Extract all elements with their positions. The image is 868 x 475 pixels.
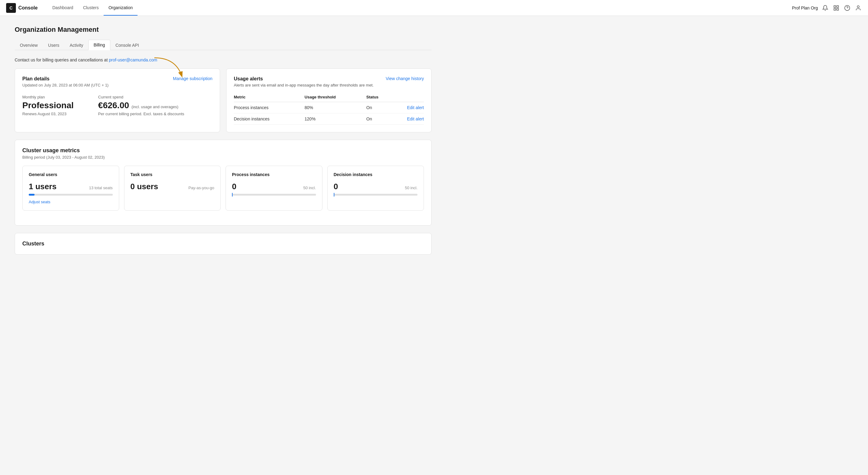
progress-bar-fill bbox=[29, 194, 34, 196]
nav-clusters[interactable]: Clusters bbox=[78, 0, 103, 15]
cluster-usage-section: Cluster usage metrics Billing period (Ju… bbox=[15, 140, 432, 226]
alert-status: On bbox=[367, 102, 391, 114]
alert-metric: Decision instances bbox=[234, 114, 305, 125]
spend-value: €626.00 bbox=[98, 101, 129, 110]
grid-icon[interactable] bbox=[833, 4, 840, 11]
progress-indicator bbox=[232, 193, 232, 196]
plan-card-header: Plan details Manage subscription bbox=[22, 76, 212, 82]
svg-rect-1 bbox=[837, 5, 839, 7]
metric-title: Process instances bbox=[232, 172, 316, 177]
view-change-history-link[interactable]: View change history bbox=[386, 76, 424, 81]
metric-values: 0 users Pay-as-you-go bbox=[130, 182, 215, 191]
usage-alerts-card: Usage alerts View change history Alerts … bbox=[226, 68, 432, 132]
col-status: Status bbox=[367, 92, 391, 102]
user-icon[interactable] bbox=[855, 4, 862, 11]
tab-overview[interactable]: Overview bbox=[15, 40, 43, 50]
metric-value: 0 bbox=[334, 182, 338, 191]
clusters-title: Clusters bbox=[22, 241, 424, 247]
spend-label: Current spend bbox=[98, 95, 184, 99]
spend-note: (incl. usage and overages) bbox=[131, 104, 178, 109]
tabs-bar: Overview Users Activity Billing Console … bbox=[15, 40, 432, 50]
col-metric: Metric bbox=[234, 92, 305, 102]
alerts-row: Process instances 80% On Edit alert bbox=[234, 102, 424, 114]
page-content: Organization Management Overview Users A… bbox=[0, 16, 446, 264]
svg-point-6 bbox=[857, 5, 860, 8]
main-wrapper: Organization Management Overview Users A… bbox=[0, 16, 868, 475]
plan-updated: Updated on July 28, 2023 at 06:00 AM (UT… bbox=[22, 83, 212, 87]
cluster-usage-subtitle: Billing period (July 03, 2023 - August 0… bbox=[22, 155, 424, 160]
alert-threshold: 120% bbox=[305, 114, 367, 125]
svg-rect-3 bbox=[837, 8, 839, 10]
metric-values: 0 50 incl. bbox=[232, 182, 316, 191]
plan-info: Monthly plan Professional Renews August … bbox=[22, 95, 212, 116]
plan-left: Monthly plan Professional Renews August … bbox=[22, 95, 74, 116]
alert-threshold: 80% bbox=[305, 102, 367, 114]
svg-rect-2 bbox=[834, 8, 836, 10]
metric-secondary: 50 incl. bbox=[405, 186, 417, 190]
metric-title: Decision instances bbox=[334, 172, 418, 177]
plan-card-title: Plan details bbox=[22, 76, 50, 82]
logo-letter: C bbox=[9, 5, 12, 10]
nav-organization[interactable]: Organization bbox=[103, 0, 137, 15]
metric-value: 0 bbox=[232, 182, 236, 191]
nav-links: Dashboard Clusters Organization bbox=[48, 0, 137, 15]
tab-users[interactable]: Users bbox=[43, 40, 64, 50]
alerts-card-header: Usage alerts View change history bbox=[234, 76, 424, 82]
metric-values: 0 50 incl. bbox=[334, 182, 418, 191]
page-title: Organization Management bbox=[15, 26, 432, 34]
contact-bar: Contact us for billing queries and cance… bbox=[15, 58, 432, 62]
edit-alert-link-1[interactable]: Edit alert bbox=[390, 114, 424, 125]
tab-activity[interactable]: Activity bbox=[64, 40, 88, 50]
col-usage-threshold: Usage threshold bbox=[305, 92, 367, 102]
plan-name: Professional bbox=[22, 101, 74, 110]
metric-card-general-users: General users 1 users 13 total seats Adj… bbox=[22, 166, 119, 211]
progress-bar-bg bbox=[334, 194, 418, 196]
metric-secondary: Pay-as-you-go bbox=[188, 186, 214, 190]
metric-card-task-users: Task users 0 users Pay-as-you-go bbox=[124, 166, 221, 211]
plan-right: Current spend €626.00 (incl. usage and o… bbox=[98, 95, 184, 116]
app-name: Console bbox=[18, 5, 38, 11]
nav-dashboard[interactable]: Dashboard bbox=[48, 0, 78, 15]
top-navigation: C Console Dashboard Clusters Organizatio… bbox=[0, 0, 868, 16]
manage-subscription-link[interactable]: Manage subscription bbox=[173, 76, 212, 81]
progress-indicator bbox=[334, 193, 334, 196]
logo-box: C bbox=[6, 3, 16, 13]
metric-value: 0 users bbox=[130, 182, 158, 191]
metric-card-process-instances: Process instances 0 50 incl. bbox=[225, 166, 322, 211]
metric-secondary: 13 total seats bbox=[89, 186, 113, 190]
cluster-usage-title: Cluster usage metrics bbox=[22, 147, 424, 154]
plan-details-card: Plan details Manage subscription bbox=[15, 68, 220, 132]
alert-status: On bbox=[367, 114, 391, 125]
alert-metric: Process instances bbox=[234, 102, 305, 114]
bell-icon[interactable] bbox=[822, 4, 829, 11]
monthly-label: Monthly plan bbox=[22, 95, 74, 99]
spend-amount: €626.00 (incl. usage and overages) bbox=[98, 101, 184, 110]
alerts-table: Metric Usage threshold Status Process in… bbox=[234, 92, 424, 125]
metric-secondary: 50 incl. bbox=[303, 186, 316, 190]
spend-desc: Per current billing period. Excl. taxes … bbox=[98, 112, 184, 116]
metric-title: Task users bbox=[130, 172, 215, 177]
metric-title: General users bbox=[29, 172, 113, 177]
org-name: Prof Plan Org bbox=[792, 5, 818, 10]
adjust-seats-link[interactable]: Adjust seats bbox=[29, 199, 51, 204]
contact-email[interactable]: prof-user@camunda.com bbox=[109, 58, 157, 62]
plan-renews: Renews August 03, 2023 bbox=[22, 112, 74, 116]
alerts-title: Usage alerts bbox=[234, 76, 263, 82]
contact-text: Contact us for billing queries and cance… bbox=[15, 58, 109, 62]
nav-right: Prof Plan Org bbox=[792, 4, 862, 11]
clusters-section: Clusters bbox=[15, 233, 432, 255]
help-icon[interactable] bbox=[843, 4, 851, 11]
metric-value: 1 users bbox=[29, 182, 57, 191]
alerts-row: Decision instances 120% On Edit alert bbox=[234, 114, 424, 125]
app-logo[interactable]: C Console bbox=[6, 3, 38, 13]
tab-console-api[interactable]: Console API bbox=[110, 40, 144, 50]
tab-billing[interactable]: Billing bbox=[88, 40, 110, 50]
metric-values: 1 users 13 total seats bbox=[29, 182, 113, 191]
metrics-row: General users 1 users 13 total seats Adj… bbox=[22, 166, 424, 211]
metric-card-decision-instances: Decision instances 0 50 incl. bbox=[327, 166, 424, 211]
manage-link-wrapper: Manage subscription bbox=[173, 76, 212, 81]
progress-bar-bg bbox=[232, 194, 316, 196]
edit-alert-link-0[interactable]: Edit alert bbox=[390, 102, 424, 114]
top-cards-row: Plan details Manage subscription bbox=[15, 68, 432, 132]
alerts-description: Alerts are sent via email and in-app mes… bbox=[234, 83, 424, 87]
